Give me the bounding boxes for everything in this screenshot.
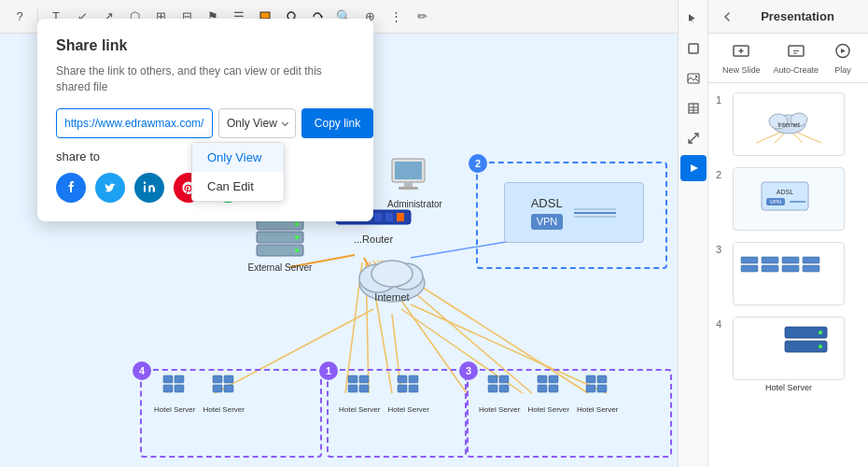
svg-rect-67	[586, 385, 595, 392]
svg-rect-69	[597, 385, 607, 392]
svg-rect-51	[348, 385, 357, 392]
slide-number-2: 2	[716, 169, 727, 180]
panel-collapse-button[interactable]	[718, 7, 736, 26]
svg-rect-63	[538, 385, 547, 392]
svg-point-39	[295, 222, 299, 226]
slide-item-1[interactable]: 1 Internet	[712, 87, 864, 162]
adsl-vpn-box: ADSL VPN	[504, 182, 644, 243]
svg-rect-0	[260, 12, 270, 19]
tool-shapes[interactable]	[680, 35, 707, 62]
svg-rect-109	[762, 265, 778, 272]
badge-2: 2	[469, 154, 487, 173]
toolbar-edit[interactable]: ✏	[410, 5, 434, 29]
copy-link-button[interactable]: Copy link	[301, 108, 373, 138]
slide-thumb-2: ADSL VPN	[733, 167, 845, 231]
facebook-share-button[interactable]	[56, 173, 86, 203]
permission-label: Only View	[227, 117, 277, 130]
play-icon	[832, 41, 854, 64]
auto-create-icon	[785, 41, 807, 64]
vertical-toolbar	[678, 0, 707, 467]
svg-text:VPN: VPN	[770, 199, 781, 205]
right-panel-header: Presentation	[708, 0, 868, 34]
canvas-area[interactable]: ? T ↙ ↗ ⬡ ⊞ ⊟ ⚑ ☰ 🔍 ⊕ ⋮	[0, 0, 691, 467]
dropdown-chevron-icon	[282, 120, 288, 126]
svg-rect-30	[385, 213, 393, 221]
slide-thumb-4	[733, 317, 845, 380]
svg-rect-49	[224, 385, 233, 392]
svg-rect-44	[175, 375, 184, 383]
svg-rect-65	[549, 385, 558, 392]
toolbar-help[interactable]: ?	[7, 5, 32, 29]
tool-image[interactable]	[680, 65, 707, 92]
svg-rect-58	[488, 375, 497, 383]
permission-dropdown[interactable]: Only View	[218, 108, 296, 138]
svg-rect-110	[782, 257, 799, 263]
svg-rect-56	[409, 375, 418, 383]
svg-rect-106	[741, 257, 758, 263]
svg-rect-34	[404, 182, 413, 187]
svg-rect-113	[803, 265, 819, 272]
svg-rect-46	[213, 375, 222, 383]
svg-point-41	[295, 248, 299, 252]
svg-point-24	[371, 261, 413, 287]
share-link-input[interactable]	[56, 108, 213, 138]
administrator-node: Administrator	[387, 157, 442, 209]
tool-presentation[interactable]	[680, 155, 707, 181]
svg-rect-31	[397, 213, 404, 221]
hotel-servers-box4: Hotel Server Hotel Server	[154, 374, 245, 414]
new-slide-label: New Slide	[722, 65, 761, 75]
svg-point-40	[295, 235, 299, 239]
linkedin-share-button[interactable]	[134, 173, 164, 203]
auto-create-label: Auto-Create	[773, 65, 819, 75]
svg-rect-48	[224, 375, 233, 383]
svg-marker-4	[321, 15, 323, 19]
auto-create-button[interactable]: Auto-Create	[773, 41, 819, 75]
panel-title: Presentation	[736, 9, 859, 23]
slide-thumb-3	[733, 242, 845, 305]
permission-dropdown-menu: Only View Can Edit	[191, 142, 285, 202]
svg-text:Internet: Internet	[777, 121, 800, 128]
svg-rect-50	[348, 375, 357, 383]
slide-number-4: 4	[716, 318, 727, 330]
svg-point-117	[819, 331, 822, 334]
slides-list[interactable]: 1 Internet	[708, 83, 868, 467]
svg-rect-64	[549, 375, 558, 383]
right-panel: Presentation New Slide Auto-Create	[707, 0, 868, 467]
svg-rect-52	[359, 375, 369, 383]
svg-point-118	[819, 345, 822, 348]
svg-rect-108	[762, 257, 778, 263]
play-label: Play	[834, 65, 851, 75]
option-can-edit[interactable]: Can Edit	[192, 172, 284, 201]
play-button[interactable]: Play	[832, 41, 854, 75]
slide-item-3[interactable]: 3	[712, 236, 864, 311]
option-only-view[interactable]: Only View	[192, 143, 284, 172]
share-link-row: Only View Copy link Only View Can Edit	[56, 108, 355, 138]
slide-4-label: Hotel Server	[733, 383, 845, 392]
svg-rect-62	[538, 375, 547, 383]
slide-number-1: 1	[716, 94, 727, 106]
svg-rect-61	[499, 385, 509, 392]
badge-3: 3	[459, 361, 478, 380]
tool-cursor[interactable]	[680, 6, 707, 32]
svg-rect-33	[395, 162, 422, 179]
svg-rect-111	[782, 265, 799, 272]
svg-marker-83	[691, 164, 698, 172]
svg-rect-55	[398, 385, 407, 392]
slide-item-2[interactable]: 2 ADSL VPN	[712, 162, 864, 236]
new-slide-button[interactable]: New Slide	[722, 41, 761, 75]
svg-point-78	[694, 76, 696, 78]
svg-rect-42	[163, 375, 173, 383]
svg-rect-53	[359, 385, 369, 392]
svg-marker-89	[841, 49, 846, 53]
slide-item-4[interactable]: 4 Hotel Server	[712, 311, 864, 398]
svg-rect-45	[175, 385, 184, 392]
twitter-share-button[interactable]	[95, 173, 125, 203]
internet-node: Internet	[350, 250, 434, 310]
toolbar-more[interactable]: ⋮	[384, 5, 408, 29]
svg-rect-107	[741, 265, 758, 272]
svg-rect-43	[163, 385, 173, 392]
tool-expand[interactable]	[680, 125, 707, 151]
svg-rect-35	[399, 187, 418, 190]
tool-table[interactable]	[680, 95, 707, 121]
dialog-title: Share link	[56, 37, 355, 54]
